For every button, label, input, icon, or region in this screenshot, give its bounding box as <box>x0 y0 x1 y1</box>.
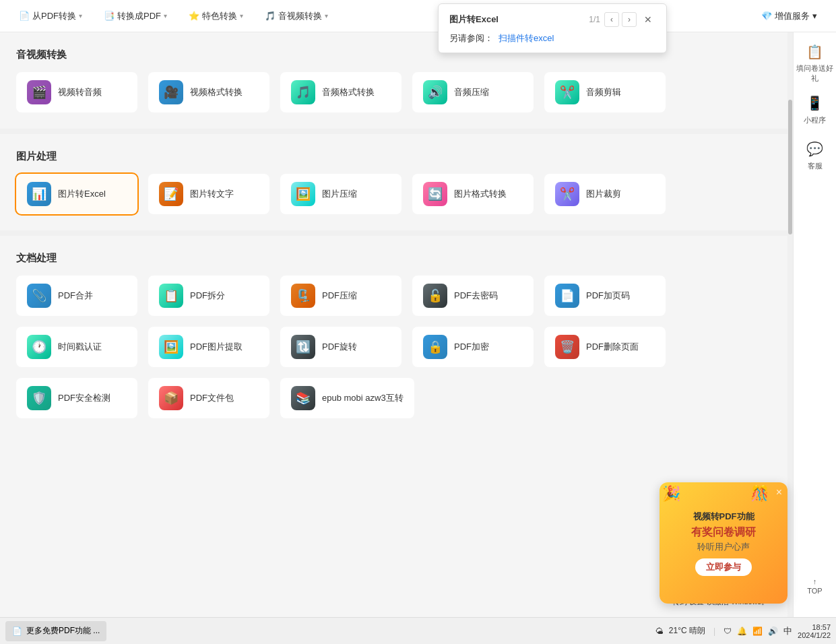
media-tools-grid: 🎬 视频转音频 🎥 视频格式转换 🎵 音频格式转换 🔊 音频压缩 ✂️ 音频剪辑 <box>16 72 771 112</box>
tool-pdf-package[interactable]: 📦 PDF文件包 <box>148 378 269 418</box>
tool-pdf-encrypt[interactable]: 🔒 PDF加密 <box>412 327 534 367</box>
from-pdf-icon: 📄 <box>19 11 30 21</box>
document-tools-grid: 📎 PDF合并 📋 PDF拆分 🗜️ PDF压缩 🔓 PDF去密码 📄 PDF加… <box>16 276 771 418</box>
tool-pdf-compress[interactable]: 🗜️ PDF压缩 <box>280 276 401 316</box>
nav-to-pdf[interactable]: 📑 转换成PDF ▾ <box>96 6 175 26</box>
image-to-text-icon: 📝 <box>159 182 183 206</box>
tool-image-format[interactable]: 🔄 图片格式转换 <box>412 174 534 214</box>
premium-label: 增值服务 <box>775 10 810 22</box>
special-label: 特色转换 <box>202 10 237 22</box>
tool-audio-edit[interactable]: ✂️ 音频剪辑 <box>544 72 666 112</box>
pdf-rotate-label: PDF旋转 <box>322 341 357 353</box>
pdf-merge-icon: 📎 <box>27 284 51 308</box>
tooltip-body: 另请参阅： 扫描件转excel <box>449 32 655 44</box>
divider-1 <box>0 129 787 134</box>
audio-edit-label: 音频剪辑 <box>586 86 621 98</box>
tool-pdf-page-number[interactable]: 📄 PDF加页码 <box>544 276 666 316</box>
tooltip-also-see-label: 另请参阅： <box>449 32 493 44</box>
audio-compress-label: 音频压缩 <box>454 86 489 98</box>
miniapp-icon: 📱 <box>806 94 825 112</box>
taskbar-app-item[interactable]: 📄 更多免费PDF功能 ... <box>5 621 106 641</box>
support-icon: 💬 <box>806 139 825 158</box>
tool-image-crop[interactable]: ✂️ 图片裁剪 <box>544 174 666 214</box>
from-pdf-caret: ▾ <box>79 12 82 20</box>
taskbar-divider: | <box>713 626 715 636</box>
tool-pdf-rotate[interactable]: 🔃 PDF旋转 <box>280 327 401 367</box>
tool-image-compress[interactable]: 🖼️ 图片压缩 <box>280 174 401 214</box>
survey-icon: 📋 <box>806 43 825 61</box>
to-pdf-icon: 📑 <box>104 11 115 21</box>
to-pdf-label: 转换成PDF <box>117 10 161 22</box>
nav-special[interactable]: ⭐ 特色转换 ▾ <box>181 6 251 26</box>
tool-pdf-merge[interactable]: 📎 PDF合并 <box>16 276 137 316</box>
image-to-text-label: 图片转文字 <box>190 188 234 200</box>
image-tools-grid: 📊 图片转Excel 📝 图片转文字 🖼️ 图片压缩 🔄 图片格式转换 ✂️ 图… <box>16 174 771 214</box>
taskbar-weather-icon: 🌤 <box>655 626 664 636</box>
taskbar-time-display: 18:57 <box>812 623 831 631</box>
sidebar-survey-button[interactable]: 📋 填问卷送好礼 <box>796 43 834 84</box>
taskbar-app-icon: 📄 <box>12 626 22 636</box>
scroll-thumb[interactable] <box>788 100 792 234</box>
audio-compress-icon: 🔊 <box>423 80 447 104</box>
pdf-remove-password-label: PDF去密码 <box>454 290 498 302</box>
pdf-security-icon: 🛡️ <box>27 386 51 410</box>
video-to-audio-icon: 🎬 <box>27 80 51 104</box>
nav-premium[interactable]: 💎 增值服务 ▾ <box>753 6 825 26</box>
tooltip-next-button[interactable]: › <box>622 12 637 27</box>
tool-timestamp[interactable]: 🕐 时间戳认证 <box>16 327 137 367</box>
taskbar-clock: 18:57 2024/1/22 <box>798 623 831 639</box>
promo-close-button[interactable]: × <box>776 486 782 498</box>
nav-media[interactable]: 🎵 音视频转换 ▾ <box>257 6 336 26</box>
pdf-page-number-label: PDF加页码 <box>586 290 630 302</box>
pdf-compress-label: PDF压缩 <box>322 290 357 302</box>
tool-video-to-audio[interactable]: 🎬 视频转音频 <box>16 72 137 112</box>
pdf-security-label: PDF安全检测 <box>58 392 110 404</box>
support-label: 客服 <box>808 161 823 171</box>
sidebar-support-button[interactable]: 💬 客服 <box>796 135 834 175</box>
scroll-track[interactable] <box>787 32 793 617</box>
tooltip-close-button[interactable]: ✕ <box>641 12 655 27</box>
tooltip-link[interactable]: 扫描件转excel <box>499 32 554 44</box>
sidebar-top-button[interactable]: ↑ TOP <box>796 566 834 606</box>
section-image-title: 图片处理 <box>16 145 771 163</box>
taskbar-sys-icon-3: 📶 <box>752 626 763 636</box>
video-format-icon: 🎥 <box>159 80 183 104</box>
pdf-package-icon: 📦 <box>159 386 183 410</box>
tool-pdf-split[interactable]: 📋 PDF拆分 <box>148 276 269 316</box>
tool-video-format[interactable]: 🎥 视频格式转换 <box>148 72 269 112</box>
image-to-excel-label: 图片转Excel <box>58 188 106 200</box>
taskbar-temp: 21°C 晴朗 <box>669 625 705 637</box>
image-crop-label: 图片裁剪 <box>586 188 621 200</box>
image-compress-icon: 🖼️ <box>291 182 315 206</box>
tool-image-to-text[interactable]: 📝 图片转文字 <box>148 174 269 214</box>
media-nav-label: 音视频转换 <box>278 10 322 22</box>
tool-pdf-delete-page[interactable]: 🗑️ PDF删除页面 <box>544 327 666 367</box>
media-nav-caret: ▾ <box>325 12 328 20</box>
tool-pdf-remove-password[interactable]: 🔓 PDF去密码 <box>412 276 534 316</box>
tooltip-nav: ‹ › <box>604 12 637 27</box>
survey-label: 填问卷送好礼 <box>796 63 834 84</box>
image-format-label: 图片格式转换 <box>454 188 507 200</box>
media-nav-icon: 🎵 <box>265 11 276 21</box>
tool-image-to-excel[interactable]: 📊 图片转Excel <box>16 174 137 214</box>
sidebar-miniapp-button[interactable]: 📱 小程序 <box>796 89 834 129</box>
audio-format-icon: 🎵 <box>291 80 315 104</box>
promo-cta-button[interactable]: 立即参与 <box>695 558 752 576</box>
nav-from-pdf[interactable]: 📄 从PDF转换 ▾ <box>11 6 90 26</box>
special-icon: ⭐ <box>189 11 199 21</box>
pdf-split-label: PDF拆分 <box>190 290 225 302</box>
taskbar-right: 🌤 21°C 晴朗 | 🛡 🔔 📶 🔊 中 18:57 2024/1/22 <box>655 623 831 639</box>
tool-audio-compress[interactable]: 🔊 音频压缩 <box>412 72 534 112</box>
promo-banner[interactable]: 🎉 🎊 × 视频转PDF功能 有奖问卷调研 聆听用户心声 立即参与 <box>660 482 787 604</box>
taskbar-date-display: 2024/1/22 <box>798 631 831 639</box>
tool-ebook-convert[interactable]: 📚 epub mobi azw3互转 <box>280 378 414 418</box>
pdf-remove-password-icon: 🔓 <box>423 284 447 308</box>
pdf-split-icon: 📋 <box>159 284 183 308</box>
tool-pdf-extract-image[interactable]: 🖼️ PDF图片提取 <box>148 327 269 367</box>
tool-pdf-security[interactable]: 🛡️ PDF安全检测 <box>16 378 137 418</box>
pdf-merge-label: PDF合并 <box>58 290 93 302</box>
tooltip-prev-button[interactable]: ‹ <box>604 12 619 27</box>
tooltip-header: 图片转Excel 1/1 ‹ › ✕ <box>449 12 655 27</box>
tool-audio-format[interactable]: 🎵 音频格式转换 <box>280 72 401 112</box>
to-pdf-caret: ▾ <box>164 12 167 20</box>
